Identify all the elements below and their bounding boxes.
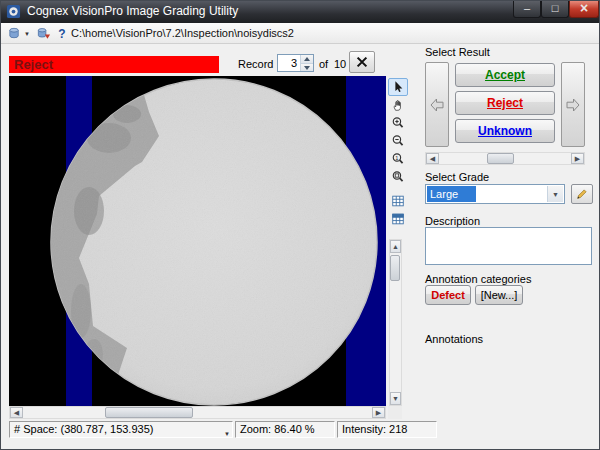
record-scroll-right-button[interactable]: ▶	[571, 153, 584, 164]
space-dropdown-icon[interactable]: ▼	[224, 427, 230, 438]
save-database-button[interactable]	[5, 25, 23, 42]
annotations-label: Annotations	[425, 333, 483, 345]
database-refresh-icon	[36, 26, 51, 41]
accept-button[interactable]: Accept	[455, 63, 555, 87]
title-bar[interactable]: Cognex VisionPro Image Grading Utility –…	[1, 1, 599, 23]
maximize-icon: □	[552, 2, 559, 14]
pointer-tool-button[interactable]	[388, 78, 408, 96]
grid-toggle-button[interactable]	[388, 192, 408, 210]
zoom-in-icon	[391, 116, 405, 130]
down-triangle-icon	[304, 66, 310, 70]
record-scroll-left-button[interactable]: ◀	[426, 153, 439, 164]
v-scroll-track[interactable]	[390, 253, 401, 392]
edit-grades-button[interactable]	[571, 184, 593, 204]
grade-selected-value: Large	[427, 186, 476, 202]
image-v-scrollbar[interactable]: ▲ ▼	[389, 239, 402, 406]
record-spin-buttons	[300, 55, 313, 71]
select-grade-label: Select Grade	[425, 171, 489, 183]
zoom-actual-icon: 1	[391, 152, 405, 166]
status-space-panel: # Space: (380.787, 153.935) ▼	[9, 421, 233, 438]
intensity-label: Intensity: 218	[342, 423, 407, 435]
hand-icon	[391, 98, 405, 112]
minimize-button[interactable]: –	[513, 1, 541, 18]
reject-button[interactable]: Reject	[455, 91, 555, 115]
zoom-out-icon	[391, 134, 405, 148]
status-zoom-panel: Zoom: 86.40 %	[235, 421, 335, 438]
window-title: Cognex VisionPro Image Grading Utility	[27, 1, 238, 22]
remove-record-button[interactable]	[349, 51, 375, 73]
image-viewport[interactable]	[9, 76, 386, 406]
database-icon	[7, 26, 22, 41]
main-toolbar: ▼ ? C:\home\VisionPro\7.2\Inspection\noi…	[1, 23, 599, 44]
scroll-left-button[interactable]: ◀	[10, 407, 23, 418]
status-intensity-panel: Intensity: 218	[337, 421, 437, 438]
zoom-actual-button[interactable]: 1	[388, 150, 408, 168]
scroll-right-button[interactable]: ▶	[372, 407, 385, 418]
image-toolstrip: 1	[388, 78, 408, 228]
description-input[interactable]	[425, 227, 592, 265]
scroll-up-button[interactable]: ▲	[390, 240, 401, 253]
up-triangle-icon	[304, 57, 310, 61]
unknown-button[interactable]: Unknown	[455, 119, 555, 143]
app-window: Cognex VisionPro Image Grading Utility –…	[0, 0, 600, 450]
scrollbar-corner	[388, 406, 402, 419]
record-spinner[interactable]: 3	[277, 54, 314, 72]
record-value: 3	[291, 56, 297, 70]
right-arrow-icon: ▶	[376, 409, 381, 416]
grade-dropdown-button[interactable]: ▼	[547, 186, 563, 202]
h-scroll-thumb[interactable]	[105, 407, 193, 418]
close-button[interactable]: ×	[569, 1, 599, 18]
pan-tool-button[interactable]	[388, 96, 408, 114]
reload-database-button[interactable]	[34, 25, 52, 42]
help-button[interactable]: ?	[53, 25, 71, 42]
h-scroll-track[interactable]	[23, 407, 372, 418]
defect-category-button[interactable]: Defect	[425, 285, 471, 305]
zoom-level-label: Zoom: 86.40 %	[240, 423, 315, 435]
previous-result-button[interactable]	[425, 62, 449, 147]
record-spin-down-button[interactable]	[301, 63, 313, 71]
space-coordinates-label: # Space: (380.787, 153.935)	[14, 423, 153, 435]
record-total-label: 10	[334, 58, 346, 70]
zoom-fit-button[interactable]	[388, 168, 408, 186]
left-block-arrow-icon	[429, 97, 445, 113]
select-result-label: Select Result	[425, 46, 490, 58]
app-logo-icon	[6, 4, 21, 19]
annotation-categories-label: Annotation categories	[425, 273, 531, 285]
left-arrow-icon: ◀	[430, 155, 435, 162]
zoom-in-button[interactable]	[388, 114, 408, 132]
dropdown-arrow-icon: ▼	[552, 191, 559, 198]
left-arrow-icon: ◀	[14, 409, 19, 416]
help-icon: ?	[58, 27, 65, 41]
maximize-button[interactable]: □	[541, 1, 569, 18]
cursor-icon	[391, 80, 405, 94]
next-result-button[interactable]	[561, 62, 585, 147]
record-scrollbar[interactable]: ◀ ▶	[425, 152, 585, 165]
zoom-fit-icon	[391, 170, 405, 184]
record-scroll-track[interactable]	[439, 153, 571, 164]
right-block-arrow-icon	[565, 97, 581, 113]
record-scroll-thumb[interactable]	[487, 153, 514, 164]
up-arrow-icon: ▲	[392, 243, 399, 250]
zoom-out-button[interactable]	[388, 132, 408, 150]
record-spin-up-button[interactable]	[301, 55, 313, 63]
noisy-disc-image	[9, 76, 386, 406]
x-icon	[355, 55, 369, 69]
grade-combobox[interactable]: Large ▼	[425, 184, 565, 204]
grid-icon	[391, 194, 405, 208]
save-dropdown-icon[interactable]: ▼	[24, 31, 30, 37]
grid-header-toggle-button[interactable]	[388, 210, 408, 228]
minimize-icon: –	[524, 2, 530, 14]
scroll-down-button[interactable]: ▼	[390, 392, 401, 405]
pencil-icon	[575, 187, 589, 201]
record-label: Record	[238, 58, 273, 70]
svg-text:1: 1	[395, 155, 398, 161]
v-scroll-thumb[interactable]	[390, 255, 400, 281]
right-arrow-icon: ▶	[575, 155, 580, 162]
grid-filled-icon	[391, 212, 405, 226]
image-h-scrollbar[interactable]: ◀ ▶	[9, 406, 386, 419]
database-path-label: C:\home\VisionPro\7.2\Inspection\noisydi…	[71, 23, 294, 44]
close-icon: ×	[580, 0, 588, 16]
new-category-button[interactable]: [New...]	[475, 285, 523, 305]
description-label: Description	[425, 215, 480, 227]
of-label: of	[319, 58, 328, 70]
